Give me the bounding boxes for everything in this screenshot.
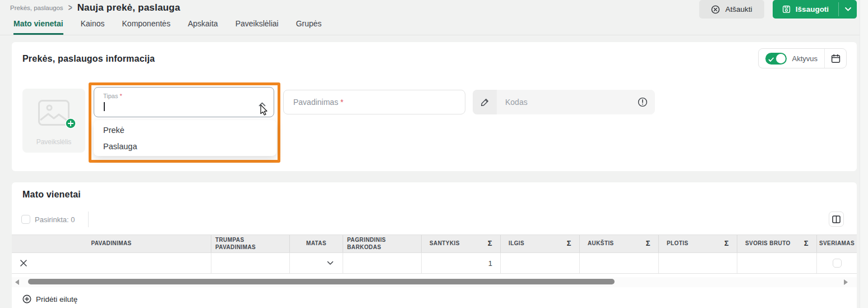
selection-divider <box>88 212 89 227</box>
chevron-down-icon <box>327 261 334 265</box>
chevron-down-icon <box>845 7 851 11</box>
cell-santykis[interactable]: 1 <box>422 253 501 273</box>
type-select-label: Tipas <box>103 93 122 99</box>
cell-svoris-bruto[interactable] <box>737 253 817 273</box>
pencil-icon <box>473 90 497 114</box>
add-image-plus-icon[interactable] <box>65 118 76 131</box>
column-header-sveriamas[interactable]: SVERIAMAS <box>817 235 857 252</box>
info-icon[interactable] <box>638 97 648 107</box>
column-header-matas[interactable]: MATAS <box>290 235 343 252</box>
breadcrumb-chevron-icon: > <box>68 3 72 13</box>
column-header-pavadinimas[interactable]: PAVADINIMAS <box>12 235 211 252</box>
units-card-title: Mato vienetai <box>22 190 81 200</box>
name-input[interactable]: Pavadinimas <box>283 90 465 114</box>
cancel-circle-x-icon <box>711 5 720 14</box>
top-bar: Prekės, paslaugos > Nauja prekė, paslaug… <box>0 0 868 17</box>
toggle-check-icon <box>768 55 774 65</box>
sum-icon[interactable] <box>646 239 650 248</box>
tab-komponentes[interactable]: Komponentės <box>122 19 170 35</box>
scroll-right-arrow-icon[interactable] <box>844 279 848 285</box>
image-placeholder-label: Paveikslėlis <box>22 138 85 146</box>
column-header-aukstis[interactable]: AUKŠTIS <box>580 235 659 252</box>
save-button-label: Išsaugoti <box>796 5 829 13</box>
type-select-input[interactable]: Tipas <box>94 87 274 117</box>
save-floppy-icon <box>782 5 791 13</box>
active-toggle[interactable]: Aktyvus <box>759 49 825 68</box>
add-row-label: Pridėti eilutę <box>36 295 77 304</box>
tab-kainos[interactable]: Kainos <box>81 19 105 35</box>
column-header-svoris-bruto[interactable]: SVORIS BRUTO <box>737 235 817 252</box>
cell-pavadinimas[interactable] <box>12 253 211 273</box>
units-card: Mato vienetai Pasirinkta: 0 PAVADINIMAS … <box>12 182 857 308</box>
cell-pagrindinis-barkodas[interactable] <box>343 253 422 273</box>
save-button[interactable]: Išsaugoti <box>773 0 838 19</box>
page: Prekės, paslaugos > Nauja prekė, paslaug… <box>0 0 868 308</box>
column-header-santykis[interactable]: SANTYKIS <box>422 235 501 252</box>
tab-mato-vienetai[interactable]: Mato vienetai <box>13 19 63 35</box>
cancel-button[interactable]: Atšaukti <box>699 0 764 19</box>
code-input[interactable]: Kodas <box>473 90 655 114</box>
toggle-switch[interactable] <box>765 53 787 65</box>
save-options-button[interactable] <box>839 0 857 19</box>
sum-icon[interactable] <box>567 239 571 248</box>
tab-bar: Mato vienetai Kainos Komponentės Apskait… <box>0 17 868 35</box>
breadcrumb: Prekės, paslaugos > Nauja prekė, paslaug… <box>10 2 180 13</box>
selection-count-label: Pasirinkta: 0 <box>35 215 75 224</box>
save-split-button: Išsaugoti <box>773 0 857 19</box>
circled-plus-icon <box>22 295 31 304</box>
image-upload-placeholder[interactable]: Paveikslėlis <box>22 89 85 153</box>
sveriamas-checkbox[interactable] <box>833 259 842 268</box>
mouse-cursor-icon <box>259 104 270 118</box>
status-group: Aktyvus <box>758 48 847 68</box>
toggle-knob <box>776 54 786 63</box>
calendar-icon <box>831 54 841 63</box>
cell-trumpas-pavadinimas[interactable] <box>211 253 290 273</box>
type-option-preke[interactable]: Prekė <box>94 122 276 138</box>
tab-paveiksleliai[interactable]: Paveikslėliai <box>236 19 279 35</box>
schedule-calendar-button[interactable] <box>825 49 846 68</box>
selection-row: Pasirinkta: 0 <box>12 212 857 229</box>
cell-ilgis[interactable] <box>501 253 580 273</box>
sum-icon[interactable] <box>488 239 492 248</box>
columns-icon <box>832 215 841 223</box>
column-header-plotis[interactable]: PLOTIS <box>659 235 737 252</box>
tab-apskaita[interactable]: Apskaita <box>188 19 218 35</box>
cell-aukstis[interactable] <box>580 253 659 273</box>
sum-icon[interactable] <box>804 239 809 248</box>
cell-matas-select[interactable] <box>290 253 343 273</box>
product-info-card: Prekės, paslaugos informacija Aktyvus <box>12 42 857 171</box>
cell-sveriamas[interactable] <box>817 253 857 273</box>
text-caret <box>104 102 105 111</box>
add-row-button[interactable]: Pridėti eilutę <box>22 295 77 304</box>
cancel-button-label: Atšaukti <box>725 5 752 13</box>
table-row: 1 <box>12 253 857 274</box>
active-toggle-label: Aktyvus <box>792 54 818 63</box>
column-header-trumpas-pavadinimas[interactable]: TRUMPAS PAVADINIMAS <box>211 235 290 252</box>
select-all-checkbox[interactable] <box>21 215 30 224</box>
vertical-scrollbar[interactable] <box>860 0 868 308</box>
type-option-paslauga[interactable]: Paslauga <box>94 138 276 154</box>
remove-row-icon[interactable] <box>20 259 27 267</box>
column-settings-button[interactable] <box>829 212 844 227</box>
scroll-left-arrow-icon[interactable] <box>15 279 19 285</box>
name-input-placeholder: Pavadinimas <box>293 98 344 107</box>
sum-icon[interactable] <box>724 239 729 248</box>
cell-plotis[interactable] <box>659 253 737 273</box>
info-card-title: Prekės, paslaugos informacija <box>22 54 155 64</box>
page-title: Nauja prekė, paslauga <box>77 2 181 13</box>
column-header-ilgis[interactable]: ILGIS <box>501 235 580 252</box>
type-select-dropdown: Prekė Paslauga <box>94 120 276 156</box>
column-header-pagrindinis-barkodas[interactable]: PAGRINDINIS BARKODAS <box>343 235 422 252</box>
units-table-header: PAVADINIMAS TRUMPAS PAVADINIMAS MATAS PA… <box>12 235 857 253</box>
horizontal-scrollbar[interactable] <box>12 277 857 287</box>
scrollbar-thumb[interactable] <box>28 279 615 284</box>
code-input-placeholder: Kodas <box>505 98 528 107</box>
tab-grupes[interactable]: Grupės <box>296 19 322 35</box>
breadcrumb-parent-link[interactable]: Prekės, paslaugos <box>10 4 63 11</box>
toolbar-actions: Atšaukti Išsaugoti <box>699 0 857 19</box>
